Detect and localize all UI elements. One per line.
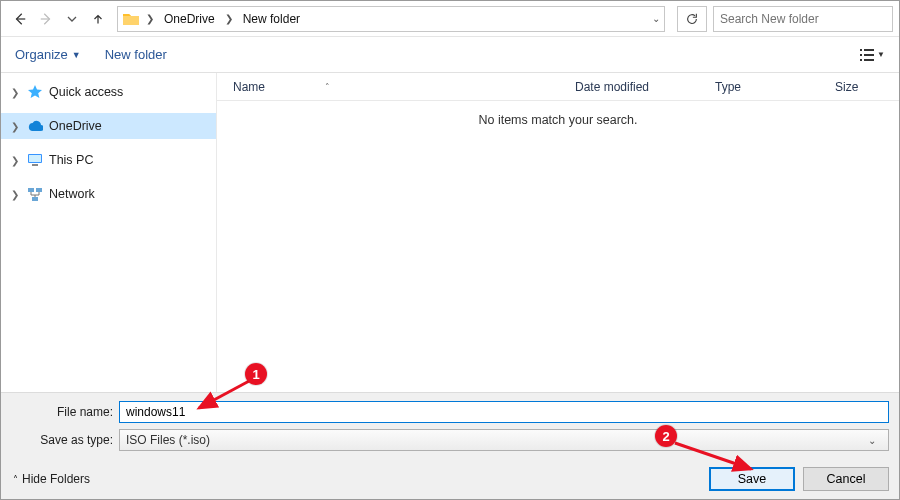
expand-caret-icon[interactable]: ❯ bbox=[11, 121, 21, 132]
column-date[interactable]: Date modified bbox=[559, 80, 699, 94]
view-options-button[interactable]: ▼ bbox=[859, 48, 885, 62]
svg-rect-4 bbox=[864, 54, 874, 56]
refresh-button[interactable] bbox=[677, 6, 707, 32]
cloud-icon bbox=[27, 118, 43, 134]
sort-caret-icon: ˄ bbox=[325, 82, 330, 92]
forward-button[interactable] bbox=[33, 6, 59, 32]
tree-item-label: Network bbox=[49, 187, 95, 201]
svg-rect-2 bbox=[860, 59, 862, 61]
chevron-down-icon: ▼ bbox=[877, 50, 885, 59]
save-dialog: ❯ OneDrive ❯ New folder ⌄ Organize ▼ New… bbox=[0, 0, 900, 500]
new-folder-button[interactable]: New folder bbox=[105, 47, 167, 62]
saveastype-value: ISO Files (*.iso) bbox=[126, 433, 210, 447]
chevron-down-icon: ▼ bbox=[72, 50, 81, 60]
expand-caret-icon[interactable]: ❯ bbox=[11, 87, 21, 98]
saveastype-combo[interactable]: ISO Files (*.iso) ⌄ bbox=[119, 429, 889, 451]
monitor-icon bbox=[27, 152, 43, 168]
svg-line-12 bbox=[199, 380, 251, 408]
folder-icon bbox=[122, 10, 140, 28]
expand-caret-icon[interactable]: ❯ bbox=[11, 155, 21, 166]
column-type[interactable]: Type bbox=[699, 80, 819, 94]
tree-item-network[interactable]: ❯ Network bbox=[1, 181, 216, 207]
back-button[interactable] bbox=[7, 6, 33, 32]
svg-rect-11 bbox=[32, 197, 38, 201]
search-box[interactable] bbox=[713, 6, 893, 32]
chevron-right-icon: ❯ bbox=[223, 13, 235, 24]
chevron-right-icon: ❯ bbox=[144, 13, 156, 24]
footer: File name: Save as type: ISO Files (*.is… bbox=[1, 392, 899, 499]
cancel-button[interactable]: Cancel bbox=[803, 467, 889, 491]
column-name[interactable]: Name ˄ bbox=[217, 80, 559, 94]
recent-locations-button[interactable] bbox=[59, 6, 85, 32]
saveastype-label: Save as type: bbox=[1, 433, 119, 447]
annotation-arrow-2 bbox=[671, 439, 759, 475]
up-button[interactable] bbox=[85, 6, 111, 32]
star-icon bbox=[27, 84, 43, 100]
organize-button[interactable]: Organize ▼ bbox=[15, 47, 81, 62]
tree-item-quick-access[interactable]: ❯ Quick access bbox=[1, 79, 216, 105]
breadcrumb-item[interactable]: OneDrive bbox=[160, 10, 219, 28]
svg-rect-3 bbox=[864, 49, 874, 51]
organize-label: Organize bbox=[15, 47, 68, 62]
annotation-badge-1: 1 bbox=[245, 363, 267, 385]
chevron-up-icon: ˄ bbox=[13, 474, 18, 485]
nav-tree: ❯ Quick access ❯ OneDrive ❯ Thi bbox=[1, 73, 217, 392]
svg-rect-0 bbox=[860, 49, 862, 51]
file-listing: Name ˄ Date modified Type Size No items … bbox=[217, 73, 899, 392]
chevron-down-icon: ⌄ bbox=[868, 435, 882, 446]
annotation-arrow-1 bbox=[191, 376, 257, 414]
filename-label: File name: bbox=[1, 405, 119, 419]
chevron-down-icon[interactable]: ⌄ bbox=[652, 13, 660, 24]
svg-rect-8 bbox=[32, 164, 38, 166]
hide-folders-button[interactable]: ˄ Hide Folders bbox=[1, 472, 90, 486]
svg-rect-5 bbox=[864, 59, 874, 61]
filename-row: File name: bbox=[1, 401, 889, 423]
tree-item-label: This PC bbox=[49, 153, 93, 167]
address-bar[interactable]: ❯ OneDrive ❯ New folder ⌄ bbox=[117, 6, 665, 32]
column-size[interactable]: Size bbox=[819, 80, 899, 94]
svg-rect-1 bbox=[860, 54, 862, 56]
tree-item-this-pc[interactable]: ❯ This PC bbox=[1, 147, 216, 173]
column-label: Name bbox=[233, 80, 265, 94]
svg-line-13 bbox=[675, 443, 751, 469]
toolbar: Organize ▼ New folder ▼ bbox=[1, 37, 899, 73]
search-input[interactable] bbox=[714, 7, 892, 31]
body: ❯ Quick access ❯ OneDrive ❯ Thi bbox=[1, 73, 899, 392]
tree-item-label: OneDrive bbox=[49, 119, 102, 133]
tree-item-label: Quick access bbox=[49, 85, 123, 99]
navbar: ❯ OneDrive ❯ New folder ⌄ bbox=[1, 1, 899, 37]
annotation-badge-2: 2 bbox=[655, 425, 677, 447]
network-icon bbox=[27, 186, 43, 202]
column-header-row: Name ˄ Date modified Type Size bbox=[217, 73, 899, 101]
expand-caret-icon[interactable]: ❯ bbox=[11, 189, 21, 200]
svg-rect-7 bbox=[29, 155, 41, 162]
breadcrumb-item[interactable]: New folder bbox=[239, 10, 304, 28]
svg-rect-10 bbox=[36, 188, 42, 192]
hide-folders-label: Hide Folders bbox=[22, 472, 90, 486]
svg-rect-9 bbox=[28, 188, 34, 192]
empty-listing-message: No items match your search. bbox=[217, 101, 899, 127]
tree-item-onedrive[interactable]: ❯ OneDrive bbox=[1, 113, 216, 139]
